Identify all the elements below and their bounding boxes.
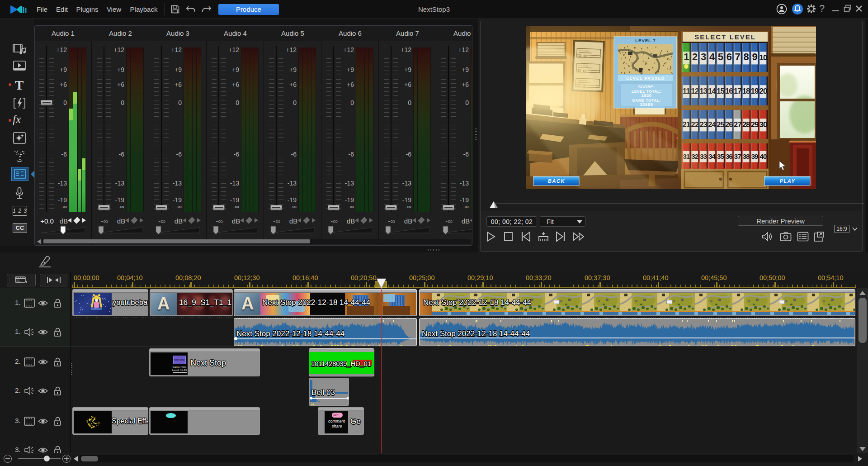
svg-text:PLAY: PLAY — [780, 178, 796, 184]
svg-text:LEVEL PASSED: LEVEL PASSED — [626, 76, 665, 81]
svg-text:SCORE:: SCORE: — [638, 85, 655, 89]
svg-text:LEVEL 7: LEVEL 7 — [635, 38, 656, 43]
svg-text:1920: 1920 — [641, 93, 651, 98]
svg-text:BACK: BACK — [548, 178, 565, 184]
svg-text:32685: 32685 — [640, 102, 653, 107]
